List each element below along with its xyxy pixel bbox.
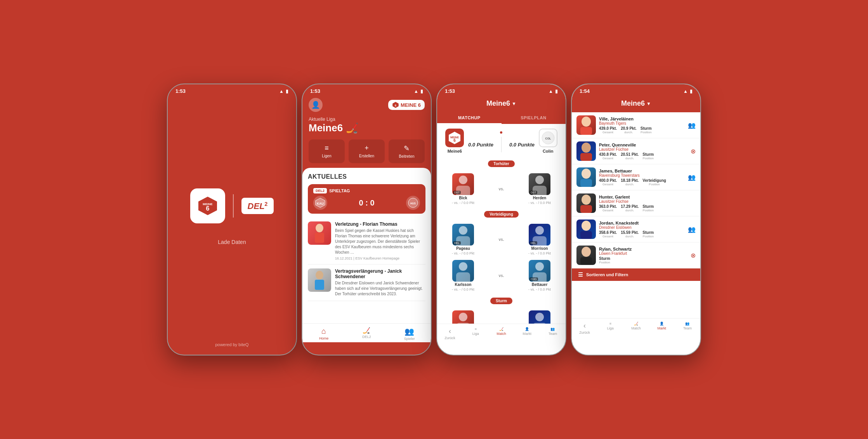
- phone-screen2: 1:53 ▲ ▮ 👤 6 MEINE 6 Aktuelle Liga Meine…: [302, 84, 432, 355]
- player-name-4: Hunter, Garlent: [599, 195, 686, 199]
- herden-pts: - vs. - / 0.0 Pkt: [528, 201, 551, 205]
- list-item[interactable]: James, Bettauer Ravensburg Towerstars 40…: [572, 164, 700, 190]
- nav3-liga[interactable]: ≡ Liga: [463, 327, 488, 340]
- aktuelles-section: AKTUELLES DEL2 SPIELTAG KAU 0 : 0: [302, 168, 431, 323]
- bettauer-badge: CHG: [529, 277, 538, 281]
- beitreten-icon: ✎: [404, 144, 410, 153]
- tab-matchup[interactable]: MATCHUP: [437, 112, 502, 124]
- nav-del2[interactable]: 🏒 DEL2: [345, 327, 388, 341]
- status-icons-3: ▲ ▮: [549, 89, 558, 94]
- gesamt-2: 430.8 Pkt. Gesamt: [599, 152, 617, 160]
- morrison-badge: DEL: [529, 241, 537, 245]
- player-info-1: Ville, Järveläinen Bayreuth Tigers 439.0…: [599, 117, 685, 134]
- punkte-section: 0.0 Punkte 0.0 Punkte: [468, 137, 535, 152]
- sort-label: Sortieren und Filtern: [586, 272, 628, 277]
- nav3-markt[interactable]: 👤 Markt: [514, 327, 540, 340]
- blackwater-avatar: [452, 310, 474, 324]
- bettauer-name: Bettauer: [532, 282, 548, 287]
- away-team-logo: HUS: [406, 196, 420, 210]
- logo-area: MEINE 6 DEL2: [190, 188, 274, 223]
- status-bar-2: 1:53 ▲ ▮: [302, 84, 431, 96]
- erstellen-button[interactable]: + Erstellen: [349, 139, 385, 163]
- screen4-red-header: Meine6 ▼: [572, 96, 700, 112]
- nav4-liga[interactable]: ≡ Liga: [597, 322, 623, 334]
- sort-bar[interactable]: ☰ Sortieren und Filtern: [572, 268, 700, 281]
- player-list[interactable]: Ville, Järveläinen Bayreuth Tigers 439.0…: [572, 112, 700, 318]
- wifi-icon-4: ▲: [683, 89, 688, 94]
- user-avatar[interactable]: 👤: [309, 98, 323, 112]
- wifi-icon-3: ▲: [549, 89, 553, 94]
- karlsson-pts: - vs. - / 0.0 Pkt: [452, 287, 474, 291]
- spieltag-label: SPIELTAG: [329, 188, 350, 193]
- nav4-match[interactable]: 🏒 Match: [623, 322, 649, 334]
- svg-rect-19: [580, 127, 592, 135]
- karlsson-avatar: [452, 260, 474, 282]
- team-icon-1: 👥: [688, 122, 696, 129]
- player-info-2: Peter, Quenneville Lausitzer Füchse 430.…: [599, 143, 687, 160]
- list-item[interactable]: Jordan, Knackstedt Dresdner Eislöwen 358…: [572, 216, 700, 242]
- liga-label: Aktuelle Liga: [309, 117, 425, 122]
- player-name-5: Jordan, Knackstedt: [599, 221, 685, 225]
- nav-spieler[interactable]: 👥 Spieler: [388, 327, 431, 341]
- bick-pts: - vs. - / 0.0 Pkt: [452, 201, 474, 205]
- team-icon-4: 👥: [685, 322, 689, 326]
- nav3-zuruck[interactable]: ‹ Zurück: [437, 327, 463, 340]
- svg-rect-27: [580, 231, 592, 239]
- svg-rect-23: [580, 179, 592, 187]
- nav4-zuruck[interactable]: ‹ Zurück: [572, 322, 597, 334]
- vs-divider: [501, 137, 502, 152]
- remove-icon-2[interactable]: ⊗: [691, 148, 696, 155]
- tab-spielplan[interactable]: SPIELPLAN: [502, 112, 566, 124]
- player-avatar-1: [576, 115, 596, 135]
- morrison-avatar: DEL: [529, 224, 550, 246]
- remove-icon-6[interactable]: ⊗: [691, 252, 696, 259]
- liga-label-3: Liga: [472, 332, 479, 336]
- player-avatar-2: [576, 141, 596, 161]
- matchup-scroll-area[interactable]: Torhüter DST Bick - vs. - / 0.0 Pkt vs.: [437, 157, 566, 324]
- nav3-team[interactable]: 👥 Team: [540, 327, 566, 340]
- left-team-name: Meine6: [448, 149, 462, 153]
- section-sturm-pill: Sturm: [490, 298, 512, 304]
- match-icon-3: 🏒: [499, 327, 503, 331]
- player-stats-6: Sturm Position: [599, 256, 687, 264]
- gesamt-4: 363.0 Pkt. Gesamt: [599, 204, 617, 212]
- left-team-logo: MEINE 6: [445, 129, 464, 147]
- nav4-markt[interactable]: 👤 Markt: [649, 322, 675, 334]
- list-item[interactable]: Ville, Järveläinen Bayreuth Tigers 439.0…: [572, 112, 700, 138]
- status-bar-3: 1:53 ▲ ▮: [437, 84, 566, 96]
- ligen-icon: ≡: [325, 144, 329, 152]
- player-name-3: James, Bettauer: [599, 169, 685, 173]
- player-bettauer: CHG Bettauer - vs. - / 0.0 Pkt: [518, 260, 561, 291]
- player-bick: DST Bick - vs. - / 0.0 Pkt: [442, 173, 484, 205]
- list-item[interactable]: Peter, Quenneville Lausitzer Füchse 430.…: [572, 138, 700, 164]
- nav3-match[interactable]: 🏒 Match: [488, 327, 514, 340]
- svg-text:6: 6: [395, 104, 396, 107]
- home-icon: ⌂: [321, 327, 326, 336]
- right-team-col: COL Colin: [539, 129, 557, 153]
- match-icon-4: 🏒: [634, 322, 638, 326]
- spieltag-header: DEL2 SPIELTAG: [313, 188, 420, 193]
- ligen-button[interactable]: ≡ Ligen: [309, 139, 345, 163]
- zuruck-label-4: Zurück: [579, 331, 590, 334]
- bick-name: Bick: [459, 196, 467, 200]
- svg-point-20: [582, 143, 591, 153]
- badge-text: MEINE 6: [401, 102, 421, 108]
- player-row-2: DEL Pageau - vs. - / 0.0 Pkt vs. DEL Mor…: [437, 221, 566, 258]
- markt-label-4: Markt: [657, 326, 666, 330]
- pageau-name: Pageau: [456, 246, 470, 251]
- markt-icon-4: 👤: [660, 322, 664, 326]
- nav4-team[interactable]: 👥 Team: [675, 322, 700, 334]
- beitreten-button[interactable]: ✎ Beitreten: [389, 139, 425, 163]
- zuruck-label-3: Zurück: [444, 336, 455, 340]
- list-item[interactable]: Hunter, Garlent Lausitzer Füchse 363.0 P…: [572, 190, 700, 216]
- spieler-nav-icon: 👥: [404, 327, 414, 336]
- news-item-2[interactable]: Vertragsverlängerung - Janick Schwendene…: [308, 265, 425, 301]
- svg-rect-21: [580, 153, 592, 161]
- news-item-1[interactable]: Verletzung - Florian Thomas Beim Spiel g…: [308, 218, 425, 265]
- list-item[interactable]: Rylan, Schwartz Löwen Frankfurt Sturm Po…: [572, 242, 700, 268]
- player-team-1: Bayreuth Tigers: [599, 121, 685, 125]
- beitreten-label: Beitreten: [399, 154, 414, 159]
- nav-home[interactable]: ⌂ Home: [302, 327, 345, 341]
- chevron-down-icon-4: ▼: [646, 101, 651, 106]
- herden-badge: DST: [529, 191, 537, 194]
